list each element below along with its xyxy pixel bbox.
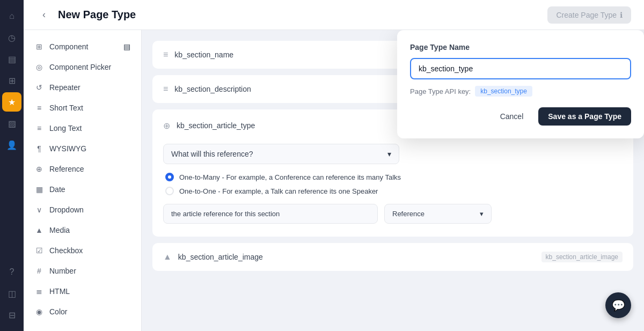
- component-right-icon: ▤: [123, 42, 130, 51]
- wysiwyg-icon: ¶: [34, 144, 44, 153]
- create-page-type-button[interactable]: Create Page Type ℹ: [547, 6, 631, 24]
- date-label: Date: [49, 185, 65, 194]
- help-icon[interactable]: ?: [2, 262, 21, 282]
- reference-select[interactable]: Reference ▾: [384, 204, 492, 224]
- date-icon: ▦: [34, 185, 44, 194]
- sidebar-nav: ⌂ ◷ ▤ ⊞ ★ ▨ 👤 ? ◫ ⊟: [0, 0, 24, 331]
- cancel-button[interactable]: Cancel: [491, 107, 533, 126]
- content-area: ≡ kb_section_name kb_ ≡ kb_section_descr…: [142, 30, 644, 331]
- sidebar-item-wysiwyg[interactable]: ¶ WYSIWYG: [24, 138, 141, 159]
- html-label: HTML: [49, 287, 70, 296]
- component-label: Component: [49, 42, 88, 51]
- checkbox-icon: ☑: [34, 246, 44, 255]
- long-text-icon: ≡: [34, 123, 44, 133]
- field-types-panel: ⊞ Component ▤ ◎ Component Picker ↺ Repea…: [24, 30, 142, 331]
- repeater-label: Repeater: [49, 83, 80, 92]
- number-icon: #: [34, 266, 44, 276]
- header: ‹ New Page Type Create Page Type ℹ: [24, 0, 644, 30]
- api-key-label: Page Type API key:: [410, 87, 471, 95]
- sidebar-item-long-text[interactable]: ≡ Long Text: [24, 118, 141, 138]
- number-label: Number: [49, 267, 76, 275]
- sidebar-item-media[interactable]: ▲ Media: [24, 220, 141, 240]
- checkbox-label: Checkbox: [49, 246, 83, 255]
- sidebar-item-reference[interactable]: ⊕ Reference: [24, 159, 141, 179]
- component-picker-icon: ◎: [34, 62, 44, 72]
- radio-group: One-to-Many - For example, a Conference …: [163, 173, 623, 195]
- modal-title: Page Type Name: [410, 43, 631, 52]
- media-label: Media: [49, 226, 70, 234]
- color-label: Color: [49, 307, 67, 316]
- main-content: ‹ New Page Type Create Page Type ℹ ⊞ Com…: [24, 0, 644, 331]
- api-key-badge: kb_section_type: [475, 86, 532, 97]
- field-4-icon: ▲: [163, 252, 172, 262]
- chevron-down-icon-2: ▾: [480, 210, 484, 218]
- sidebar-item-number[interactable]: # Number: [24, 261, 141, 281]
- sidebar-item-html[interactable]: ≣ HTML: [24, 281, 141, 301]
- component-icon[interactable]: ★: [2, 92, 21, 112]
- back-button[interactable]: ‹: [36, 8, 52, 23]
- color-icon: ◉: [34, 307, 44, 317]
- field-3-icon: ⊕: [163, 121, 170, 131]
- short-text-label: Short Text: [49, 104, 83, 112]
- activity-icon[interactable]: ◷: [2, 28, 21, 47]
- sidebar-item-date[interactable]: ▦ Date: [24, 179, 141, 200]
- field-4-name: kb_section_article_image: [178, 253, 535, 261]
- modal-footer: Cancel Save as a Page Type: [410, 107, 631, 126]
- component-icon: ⊞: [34, 42, 44, 52]
- sidebar-item-repeater[interactable]: ↺ Repeater: [24, 77, 141, 98]
- long-text-label: Long Text: [49, 124, 82, 133]
- grid-icon[interactable]: ⊞: [2, 71, 21, 90]
- reference-content: What will this reference? ▾ One-to-Many …: [163, 139, 623, 228]
- field-1-icon: ≡: [163, 50, 168, 60]
- reference-footer: Reference ▾: [163, 204, 623, 224]
- page-title: New Page Type: [58, 9, 136, 21]
- header-left: ‹ New Page Type: [36, 8, 136, 23]
- reference-label: Reference: [49, 165, 84, 173]
- api-key-row: Page Type API key: kb_section_type: [410, 86, 631, 97]
- chat-icon: 💬: [612, 299, 625, 312]
- page-type-name-input[interactable]: [410, 58, 631, 79]
- reference-label-input[interactable]: [163, 204, 378, 224]
- info-icon: ℹ: [620, 11, 623, 19]
- radio-one-to-one-label: One-to-One - For example, a Talk can ref…: [179, 187, 378, 195]
- sidebar-item-component-picker[interactable]: ◎ Component Picker: [24, 57, 141, 77]
- chevron-down-icon: ▾: [387, 150, 391, 158]
- radio-one-to-one-indicator: [165, 187, 174, 195]
- dropdown-icon: ∨: [34, 205, 44, 215]
- stack-icon[interactable]: ⊟: [2, 305, 21, 325]
- sidebar-item-component[interactable]: ⊞ Component ▤: [24, 36, 141, 57]
- field-2-icon: ≡: [163, 84, 168, 94]
- sidebar-item-dropdown[interactable]: ∨ Dropdown: [24, 200, 141, 220]
- sidebar-item-checkbox[interactable]: ☑ Checkbox: [24, 240, 141, 261]
- users-icon[interactable]: 👤: [2, 135, 21, 155]
- short-text-icon: ≡: [34, 103, 44, 113]
- body-layout: ⊞ Component ▤ ◎ Component Picker ↺ Repea…: [24, 30, 644, 331]
- sidebar-item-short-text[interactable]: ≡ Short Text: [24, 98, 141, 118]
- reference-type-dropdown[interactable]: What will this reference? ▾: [163, 144, 399, 164]
- sidebar-item-color[interactable]: ◉ Color: [24, 301, 141, 322]
- reference-dropdown-placeholder: What will this reference?: [171, 150, 253, 158]
- field-row-4: ▲ kb_section_article_image kb_section_ar…: [152, 243, 633, 271]
- wysiwyg-label: WYSIWYG: [49, 144, 86, 153]
- html-icon: ≣: [34, 286, 44, 296]
- radio-one-to-many-label: One-to-Many - For example, a Conference …: [179, 173, 401, 181]
- home-icon[interactable]: ⌂: [2, 6, 21, 26]
- reference-select-value: Reference: [392, 210, 425, 218]
- media-icon[interactable]: ▨: [2, 114, 21, 133]
- field-4-key: kb_section_article_image: [541, 252, 623, 262]
- repeater-icon: ↺: [34, 83, 44, 92]
- page-type-modal: Page Type Name Page Type API key: kb_sec…: [397, 30, 644, 138]
- dropdown-label: Dropdown: [49, 205, 84, 214]
- component-picker-label: Component Picker: [49, 63, 111, 71]
- reference-icon: ⊕: [34, 164, 44, 174]
- radio-one-to-many-indicator: [165, 173, 174, 181]
- pages-icon[interactable]: ▤: [2, 49, 21, 69]
- create-btn-label: Create Page Type: [556, 11, 617, 19]
- layers-icon[interactable]: ◫: [2, 284, 21, 303]
- chat-fab-button[interactable]: 💬: [605, 292, 631, 318]
- radio-one-to-one[interactable]: One-to-One - For example, a Talk can ref…: [165, 187, 623, 195]
- radio-one-to-many[interactable]: One-to-Many - For example, a Conference …: [165, 173, 623, 181]
- save-page-type-button[interactable]: Save as a Page Type: [538, 107, 631, 126]
- media-icon: ▲: [34, 225, 44, 235]
